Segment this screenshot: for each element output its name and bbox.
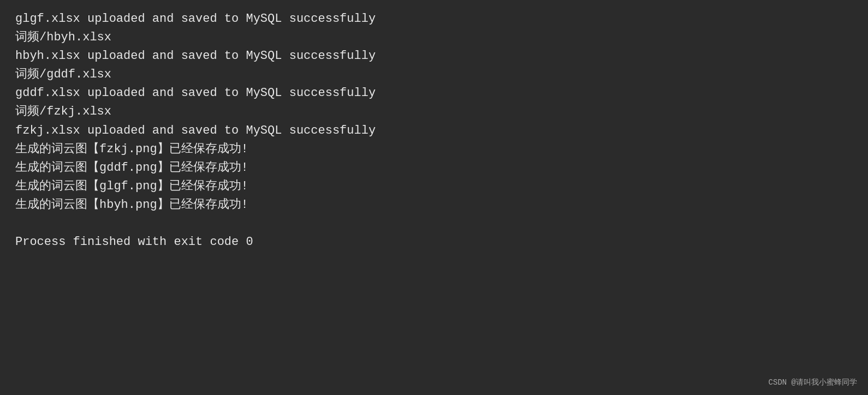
terminal-line: Process finished with exit code 0 [15, 233, 853, 252]
terminal-line: glgf.xlsx uploaded and saved to MySQL su… [15, 10, 853, 28]
terminal-line: 生成的词云图【hbyh.png】已经保存成功! [15, 196, 853, 214]
terminal-line: 生成的词云图【fzkj.png】已经保存成功! [15, 140, 853, 159]
terminal-line: 生成的词云图【glgf.png】已经保存成功! [15, 177, 853, 196]
terminal-output: glgf.xlsx uploaded and saved to MySQL su… [0, 0, 868, 395]
terminal-line: 生成的词云图【gddf.png】已经保存成功! [15, 159, 853, 177]
terminal-line [15, 214, 853, 233]
terminal-line: hbyh.xlsx uploaded and saved to MySQL su… [15, 47, 853, 65]
terminal-line: gddf.xlsx uploaded and saved to MySQL su… [15, 84, 853, 103]
terminal-line: 词频/fzkj.xlsx [15, 103, 853, 121]
terminal-line: 词频/hbyh.xlsx [15, 28, 853, 47]
terminal-line: 词频/gddf.xlsx [15, 65, 853, 84]
terminal-line: fzkj.xlsx uploaded and saved to MySQL su… [15, 122, 853, 140]
watermark: CSDN @请叫我小蜜蜂同学 [769, 378, 857, 387]
